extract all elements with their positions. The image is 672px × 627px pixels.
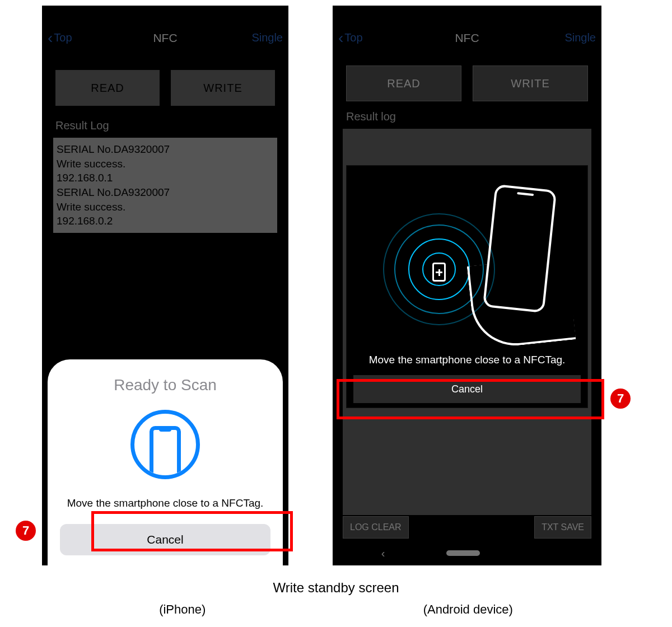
nfc-phone-icon	[130, 410, 200, 479]
callout-highlight	[337, 379, 604, 419]
sheet-message: Move the smartphone close to a NFCTag.	[60, 496, 270, 511]
caption-iphone: (iPhone)	[159, 602, 206, 617]
nfc-tag-icon	[432, 263, 446, 282]
callout-highlight	[91, 511, 293, 551]
hand-holding-phone-icon	[466, 183, 578, 350]
figure-captions: Write standby screen (iPhone) (Android d…	[0, 580, 672, 617]
sheet-title: Ready to Scan	[60, 376, 270, 394]
callout-number: 7	[16, 521, 36, 541]
nfc-illustration	[347, 166, 587, 350]
android-device: ‹ Top NFC Single READ WRITE Result log L…	[333, 6, 601, 565]
callout-number: 7	[610, 389, 631, 409]
iphone-device: ‹ Top NFC Single READ WRITE Result Log S…	[42, 6, 288, 565]
android-scan-modal: Move the smartphone close to a NFCTag. C…	[346, 165, 588, 408]
caption-main: Write standby screen	[0, 580, 672, 596]
caption-android: (Android device)	[423, 602, 513, 617]
modal-message: Move the smartphone close to a NFCTag.	[347, 350, 587, 375]
